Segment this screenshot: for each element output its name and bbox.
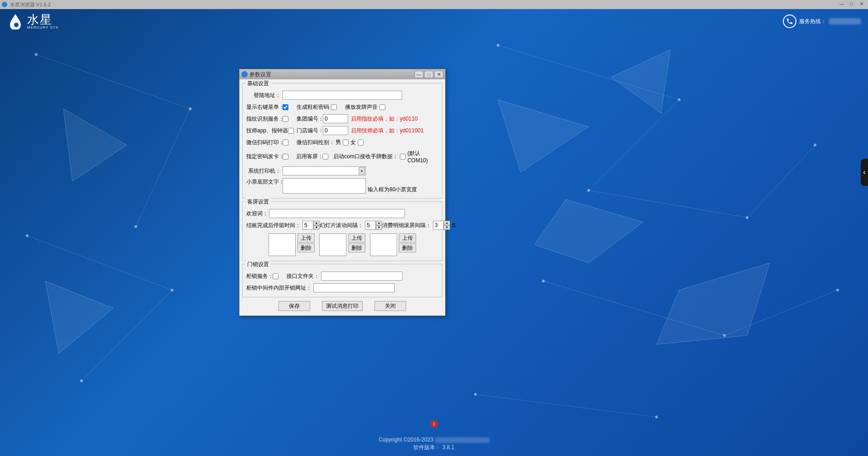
company-blurred [435,437,489,443]
upload-button[interactable]: 上传 [348,233,365,243]
slide-interval-input[interactable] [365,221,376,230]
right-menu-checkbox[interactable] [283,104,288,110]
app-header: 水星 MERCURY SYS 服务热线： [0,9,868,34]
upload-button[interactable]: 上传 [399,233,416,243]
svg-point-26 [746,216,748,219]
svg-point-30 [836,289,839,291]
svg-point-28 [542,280,545,282]
cabinet-service-checkbox[interactable] [273,273,278,279]
brand-en: MERCURY SYS [27,25,58,29]
svg-point-25 [587,189,590,192]
svg-point-17 [35,53,38,56]
svg-line-7 [136,109,190,227]
phone-icon [783,15,796,28]
footer: Copyright ©2016-2023 软件版本： 3.8.1 [0,420,868,452]
svg-line-8 [27,236,172,290]
detail-scroll-input[interactable] [433,221,444,230]
wechat-gender-label: 微信扫码性别： [297,139,331,146]
guest-screen-checkbox[interactable] [322,154,328,160]
group-no-hint: 启用指纹必填，如：yd0110 [351,115,417,123]
down-icon[interactable]: ▼ [376,225,382,230]
pwd-card-checkbox[interactable] [283,154,288,160]
chevron-down-icon[interactable]: ▾ [359,167,365,175]
interface-folder-input[interactable] [321,272,403,281]
slide-interval-spinner[interactable]: ▲▼ [365,221,382,230]
wechat-print-checkbox[interactable] [283,140,288,146]
play-sound-checkbox[interactable] [379,104,385,110]
minimize-icon[interactable]: — [837,0,846,7]
slide-interval-label: 幻灯片滚动间隔： [320,222,365,229]
svg-point-22 [80,379,83,382]
welcome-input[interactable] [269,209,405,218]
hotline-number-blurred [829,18,861,24]
dialog-icon [241,71,248,78]
fingerprint-checkbox[interactable] [283,116,288,122]
store-no-input[interactable] [323,126,348,135]
cabinet-service-label: 柜锁服务： [246,272,273,280]
down-icon[interactable]: ▼ [313,225,320,230]
svg-line-9 [82,290,172,381]
group-guest-screen: 客屏设置 欢迎词： 结账完成后停留时间： ▲▼ 幻灯片滚动间隔： ▲▼ 消费明细 [242,201,442,261]
gender-male-checkbox[interactable] [343,140,349,146]
svg-line-16 [475,394,657,417]
detail-scroll-spinner[interactable]: ▲▼ [433,221,450,230]
printer-input[interactable] [283,166,366,175]
com-port-checkbox[interactable] [400,154,406,160]
stay-time-input[interactable] [302,221,313,230]
dialog-title: 参数设置 [249,71,271,78]
group-lock-title: 门锁设置 [245,261,271,268]
svg-point-33 [14,23,19,27]
login-addr-input[interactable] [283,91,402,100]
dialog-maximize-icon[interactable]: □ [424,71,433,78]
stay-time-spinner[interactable]: ▲▼ [302,221,320,230]
fingerprint-label: 指纹识别服务： [246,115,283,123]
gender-male-label: 男 [336,139,341,146]
up-icon[interactable]: ▲ [444,221,450,225]
logo: 水星 MERCURY SYS [7,13,58,29]
group-basic-title: 基础设置 [245,80,271,87]
svg-point-18 [189,107,192,110]
tech-app-checkbox[interactable] [288,128,294,134]
store-no-label: 门店编号： [297,127,323,135]
dialog-titlebar[interactable]: 参数设置 — □ ✕ [240,69,445,79]
delete-button[interactable]: 删除 [297,243,315,252]
pwd-card-label: 指定密码发卡： [246,153,283,160]
svg-point-32 [655,416,658,418]
ticket-footer-textarea[interactable] [283,178,366,194]
svg-marker-1 [45,281,113,354]
svg-line-12 [589,190,747,218]
save-button[interactable]: 保存 [278,301,310,311]
test-print-button[interactable]: 测试消息打印 [322,301,363,311]
side-drawer-handle[interactable]: ‹ [861,159,868,186]
com-port-label: 启动com口接收手牌数据： [333,153,400,160]
group-no-label: 集团编号： [297,115,323,123]
dialog-close-icon[interactable]: ✕ [434,71,443,78]
pause-indicator-icon [431,420,438,427]
svg-point-20 [26,234,29,237]
water-drop-icon [7,13,24,29]
cabinet-pwd-checkbox[interactable] [331,104,337,110]
cabinet-pwd-label: 生成鞋柜密码： [297,103,331,111]
stay-time-label: 结账完成后停留时间： [246,222,302,229]
svg-marker-3 [611,50,670,113]
dialog-minimize-icon[interactable]: — [414,71,423,78]
down-icon[interactable]: ▼ [444,225,450,230]
up-icon[interactable]: ▲ [313,221,320,225]
maximize-icon[interactable]: □ [847,0,856,7]
guest-screen-label: 启用客屏： [296,153,322,160]
close-icon[interactable]: ✕ [857,0,866,7]
image-preview [319,233,346,256]
group-no-input[interactable] [323,114,348,123]
upload-button[interactable]: 上传 [297,233,315,243]
printer-combo[interactable]: ▾ [283,166,366,175]
middleware-url-input[interactable] [313,283,395,292]
app-window-title: 水星浏览器 V1.5.2 [10,1,51,8]
delete-button[interactable]: 删除 [399,243,416,252]
gender-female-checkbox[interactable] [358,140,364,146]
close-button[interactable]: 关闭 [374,301,406,311]
delete-button[interactable]: 删除 [348,243,365,252]
image-preview [370,233,397,256]
interface-folder-label: 接口文件夹： [287,272,321,280]
up-icon[interactable]: ▲ [376,221,382,225]
hotline-label: 服务热线： [799,18,826,25]
